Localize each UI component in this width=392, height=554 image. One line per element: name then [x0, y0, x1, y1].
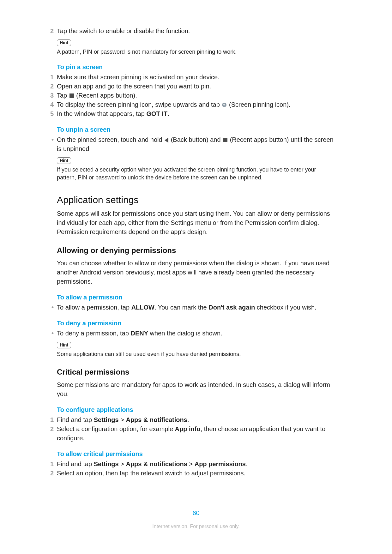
text-fragment: Find and tap [57, 461, 94, 467]
hint-text: If you selected a security option when y… [57, 166, 335, 182]
step-item: 3 Tap (Recent apps button). [44, 91, 335, 100]
hint-block: Hint If you selected a security option w… [57, 157, 335, 182]
screen-pinning-icon [222, 103, 226, 107]
subsection-heading-allow-deny: Allowing or denying permissions [57, 246, 335, 255]
step-item: 5 In the window that appears, tap GOT IT… [44, 109, 335, 118]
step-number: 2 [44, 469, 57, 478]
bullet-text: On the pinned screen, touch and hold (Ba… [57, 135, 335, 154]
hint-block: Hint Some applications can still be used… [57, 342, 335, 358]
body-paragraph: Some permissions are mandatory for apps … [57, 380, 335, 399]
body-paragraph: Some apps will ask for permissions once … [57, 209, 335, 237]
pin-steps: 1 Make sure that screen pinning is activ… [44, 73, 335, 118]
text-fragment: (Back button) and [169, 136, 222, 143]
hint-text: Some applications can still be used even… [57, 350, 335, 358]
step-item: 1 Make sure that screen pinning is activ… [44, 73, 335, 82]
procedure-heading-pin: To pin a screen [57, 63, 335, 71]
deny-bullet: • To deny a permission, tap DENY when th… [44, 329, 335, 338]
step-number: 1 [44, 73, 57, 82]
page-number: 60 [0, 509, 392, 517]
text-fragment: To deny a permission, tap [57, 330, 130, 337]
bullet-dot: • [44, 329, 57, 338]
bullet-dot: • [44, 303, 57, 312]
recent-apps-icon [69, 93, 74, 98]
step-text: In the window that appears, tap GOT IT. [57, 109, 335, 118]
bold-text: DENY [130, 330, 148, 337]
step-text: Tap the switch to enable or disable the … [57, 27, 335, 36]
text-fragment: Find and tap [57, 416, 94, 423]
procedure-heading-deny: To deny a permission [57, 320, 335, 327]
bold-text: Settings [94, 461, 119, 467]
unpin-bullet-list: • On the pinned screen, touch and hold (… [44, 135, 335, 154]
text-fragment: when the dialog is shown. [148, 330, 222, 337]
step-item: 2 Open an app and go to the screen that … [44, 82, 335, 91]
recent-apps-icon [223, 138, 227, 142]
bullet-item: • To deny a permission, tap DENY when th… [44, 329, 335, 338]
step-item: 2 Select an option, then tap the relevan… [44, 469, 335, 478]
footer-text: Internet version. For personal use only. [0, 524, 392, 529]
step-number: 4 [44, 100, 57, 109]
text-fragment: checkbox if you wish. [255, 304, 317, 311]
bold-text: ALLOW [131, 304, 154, 311]
hint-badge: Hint [57, 342, 71, 348]
subsection-heading-critical: Critical permissions [57, 368, 335, 376]
step-number: 1 [44, 415, 57, 425]
allow-critical-steps: 1 Find and tap Settings > Apps & notific… [44, 460, 335, 478]
hint-text: A pattern, PIN or password is not mandat… [57, 48, 335, 56]
bold-text: Apps & notifications [126, 416, 187, 423]
step-number: 1 [44, 460, 57, 469]
procedure-heading-configure: To configure applications [57, 406, 335, 413]
step-list-continuation: 2 Tap the switch to enable or disable th… [44, 27, 335, 36]
hint-badge: Hint [57, 157, 71, 164]
configure-steps: 1 Find and tap Settings > Apps & notific… [44, 415, 335, 443]
bullet-item: • To allow a permission, tap ALLOW. You … [44, 303, 335, 312]
bullet-dot: • [44, 135, 57, 144]
bold-text: App info [175, 425, 201, 432]
document-page: 2 Tap the switch to enable or disable th… [0, 0, 392, 554]
step-item: 2 Select a configuration option, for exa… [44, 425, 335, 443]
step-item: 2 Tap the switch to enable or disable th… [44, 27, 335, 36]
back-button-icon [165, 138, 168, 143]
section-heading-application-settings: Application settings [57, 195, 335, 205]
step-text: Find and tap Settings > Apps & notificat… [57, 415, 335, 425]
step-text: Open an app and go to the screen that yo… [57, 82, 335, 91]
text-fragment: (Recent apps button). [75, 92, 137, 99]
text-fragment: In the window that appears, tap [57, 110, 147, 117]
bullet-item: • On the pinned screen, touch and hold (… [44, 135, 335, 154]
bullet-text: To allow a permission, tap ALLOW. You ca… [57, 303, 317, 312]
text-fragment: . [167, 110, 169, 117]
step-text: Select an option, then tap the relevant … [57, 469, 335, 478]
step-number: 5 [44, 109, 57, 118]
bold-text: Don't ask again [208, 304, 255, 311]
text-fragment: > [119, 461, 126, 467]
step-item: 4 To display the screen pinning icon, sw… [44, 100, 335, 109]
text-fragment: On the pinned screen, touch and hold [57, 136, 164, 143]
hint-badge: Hint [57, 39, 71, 46]
text-fragment: To allow a permission, tap [57, 304, 131, 311]
text-fragment: To display the screen pinning icon, swip… [57, 101, 221, 108]
bold-text: App permissions [195, 461, 246, 467]
allow-bullet: • To allow a permission, tap ALLOW. You … [44, 303, 335, 312]
step-item: 1 Find and tap Settings > Apps & notific… [44, 460, 335, 469]
hint-block: Hint A pattern, PIN or password is not m… [57, 39, 335, 56]
step-text: To display the screen pinning icon, swip… [57, 100, 335, 109]
text-fragment: Select a configuration option, for examp… [57, 425, 175, 432]
text-fragment: Tap [57, 92, 69, 99]
text-fragment: . [246, 461, 248, 467]
bullet-text: To deny a permission, tap DENY when the … [57, 329, 222, 338]
step-text: Tap (Recent apps button). [57, 91, 335, 100]
step-text: Select a configuration option, for examp… [57, 425, 335, 443]
step-text: Make sure that screen pinning is activat… [57, 73, 335, 82]
step-text: Find and tap Settings > Apps & notificat… [57, 460, 335, 469]
body-paragraph: You can choose whether to allow or deny … [57, 259, 335, 286]
procedure-heading-allow: To allow a permission [57, 294, 335, 301]
procedure-heading-unpin: To unpin a screen [57, 126, 335, 133]
step-number: 2 [44, 425, 57, 434]
bold-text: Settings [94, 416, 119, 423]
text-fragment: (Screen pinning icon). [227, 101, 290, 108]
text-fragment: > [187, 461, 195, 467]
step-number: 3 [44, 91, 57, 100]
text-fragment: . [187, 416, 189, 423]
step-number: 2 [44, 82, 57, 91]
bold-text: Apps & notifications [126, 461, 187, 467]
text-fragment: > [119, 416, 126, 423]
